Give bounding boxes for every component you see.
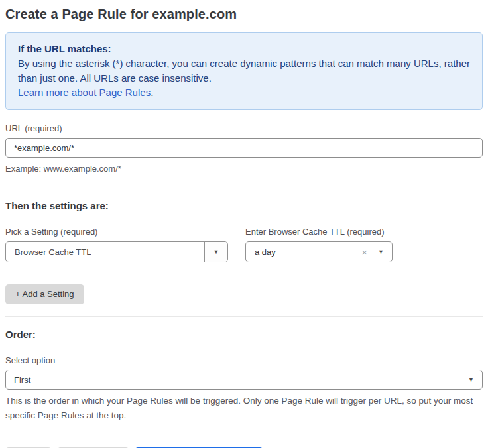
order-helper-text: This is the order in which your Page Rul…: [5, 394, 483, 423]
order-select-value: First: [14, 375, 30, 385]
learn-more-link[interactable]: Learn more about Page Rules: [18, 87, 151, 98]
order-section-heading: Order:: [5, 329, 483, 340]
info-box-heading: If the URL matches:: [18, 42, 470, 56]
setting-picker-value: Browser Cache TTL: [6, 242, 204, 262]
divider: [5, 316, 483, 317]
setting-picker-arrow-box[interactable]: ▼: [204, 242, 227, 262]
chevron-down-icon: ▼: [378, 249, 384, 255]
settings-section-heading: Then the settings are:: [5, 200, 483, 211]
add-setting-button[interactable]: + Add a Setting: [5, 284, 84, 304]
info-box-link-line: Learn more about Page Rules.: [18, 85, 470, 100]
ttl-picker-column: Enter Browser Cache TTL (required) a day…: [245, 227, 393, 262]
setting-picker-select[interactable]: Browser Cache TTL ▼: [5, 241, 228, 262]
ttl-picker-label: Enter Browser Cache TTL (required): [245, 227, 393, 237]
setting-picker-column: Pick a Setting (required) Browser Cache …: [5, 227, 228, 262]
link-period: .: [151, 87, 153, 98]
setting-picker-label: Pick a Setting (required): [5, 227, 228, 237]
page-title: Create a Page Rule for example.com: [5, 7, 483, 22]
chevron-down-icon: ▼: [468, 377, 474, 383]
order-select[interactable]: First ▼: [5, 370, 483, 390]
chevron-down-icon: ▼: [213, 249, 219, 255]
url-example-helper: Example: www.example.com/*: [5, 162, 483, 176]
order-select-label: Select option: [5, 355, 483, 365]
info-box-body: By using the asterisk (*) character, you…: [18, 56, 470, 85]
settings-row: Pick a Setting (required) Browser Cache …: [5, 227, 483, 262]
divider: [5, 188, 483, 188]
url-match-info-box: If the URL matches: By using the asteris…: [5, 32, 483, 110]
ttl-picker-value: a day: [255, 247, 361, 257]
clear-icon[interactable]: ×: [361, 247, 367, 257]
url-field-label: URL (required): [5, 123, 483, 133]
page-rule-form: Create a Page Rule for example.com If th…: [0, 0, 488, 448]
ttl-picker-select[interactable]: a day × ▼: [245, 241, 393, 262]
divider: [5, 435, 483, 435]
url-input[interactable]: [5, 138, 483, 158]
